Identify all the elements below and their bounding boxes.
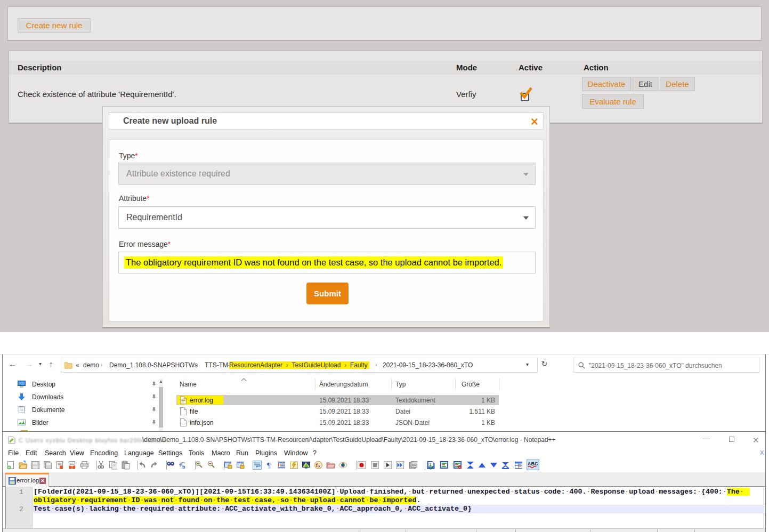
svg-text:x: x	[318, 464, 320, 469]
svg-text:1: 1	[430, 463, 432, 466]
svg-text:¶: ¶	[267, 461, 271, 470]
svg-text:ABC: ABC	[528, 461, 538, 466]
svg-text:b: b	[182, 464, 185, 470]
svg-text:uc: uc	[412, 463, 416, 467]
